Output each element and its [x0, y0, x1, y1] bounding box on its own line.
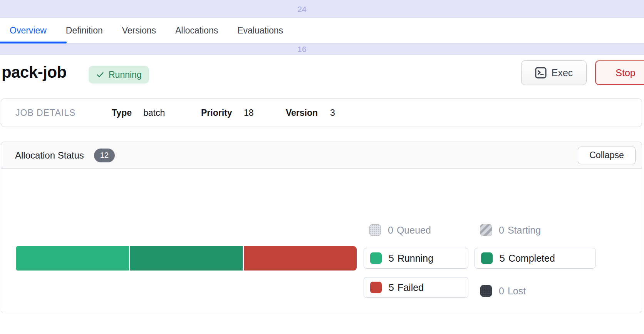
terminal-icon	[535, 67, 547, 78]
completed-label: Completed	[508, 253, 555, 264]
check-icon	[96, 70, 104, 79]
spacing-value: 16	[297, 45, 306, 54]
running-swatch-icon	[370, 252, 382, 264]
allocation-status-title: Allocation Status	[15, 150, 84, 161]
job-priority-label: Priority	[201, 99, 232, 127]
spacing-band-top: 24	[0, 0, 644, 18]
page-title: pack-job	[2, 63, 67, 82]
tab-definition[interactable]: Definition	[66, 25, 103, 36]
starting-count: 0	[499, 225, 504, 236]
legend-lost: 0 Lost	[480, 281, 526, 301]
allocation-chart-area: 0 Queued 0 Starting 5 Running 5 Complete…	[1, 169, 642, 313]
job-version-label: Version	[286, 99, 318, 127]
failed-count: 5	[389, 282, 394, 293]
status-badge: Running	[89, 66, 149, 84]
tab-versions[interactable]: Versions	[122, 25, 156, 36]
tab-allocations[interactable]: Allocations	[175, 25, 218, 36]
completed-count: 5	[500, 253, 505, 264]
exec-button-label: Exec	[552, 67, 573, 78]
stop-button[interactable]: Stop	[595, 60, 644, 85]
queued-count: 0	[388, 225, 393, 236]
failed-swatch-icon	[370, 282, 382, 293]
legend-failed[interactable]: 5 Failed	[364, 277, 468, 298]
queued-label: Queued	[397, 225, 431, 236]
starting-label: Starting	[508, 225, 541, 236]
legend-starting: 0 Starting	[480, 223, 541, 237]
job-details-card: JOB DETAILS Type batch Priority 18 Versi…	[1, 99, 642, 127]
bar-segment-completed[interactable]	[130, 246, 243, 271]
job-type-label: Type	[112, 99, 132, 127]
legend-running[interactable]: 5 Running	[364, 248, 468, 269]
stop-button-label: Stop	[615, 67, 635, 78]
job-type-value: batch	[143, 99, 165, 127]
job-priority-value: 18	[244, 99, 254, 127]
running-count: 5	[389, 253, 394, 264]
completed-swatch-icon	[481, 252, 493, 264]
bar-segment-running[interactable]	[16, 246, 129, 271]
tab-overview[interactable]: Overview	[10, 25, 47, 36]
running-label: Running	[397, 253, 433, 264]
legend-queued: 0 Queued	[369, 223, 431, 237]
job-tab-bar: Overview Definition Versions Allocations…	[0, 18, 644, 43]
allocation-stacked-bar	[16, 246, 357, 271]
allocation-status-panel: Allocation Status 12 Collapse 0 Queued 0…	[1, 142, 642, 313]
bar-segment-failed[interactable]	[244, 246, 357, 271]
collapse-button[interactable]: Collapse	[578, 147, 636, 164]
job-details-heading: JOB DETAILS	[15, 99, 75, 127]
job-version-value: 3	[330, 99, 335, 127]
legend-completed[interactable]: 5 Completed	[475, 248, 595, 269]
queued-swatch-icon	[369, 224, 381, 236]
spacing-value: 24	[297, 5, 306, 14]
tab-evaluations[interactable]: Evaluations	[237, 25, 283, 36]
lost-swatch-icon	[480, 285, 492, 297]
allocation-count-badge: 12	[94, 149, 115, 162]
allocation-status-header: Allocation Status 12 Collapse	[1, 142, 642, 169]
status-badge-label: Running	[109, 70, 142, 80]
lost-count: 0	[499, 286, 504, 297]
exec-button[interactable]: Exec	[521, 60, 587, 85]
spacing-band-below-tabs: 16	[0, 43, 644, 55]
lost-label: Lost	[508, 286, 526, 297]
failed-label: Failed	[397, 282, 424, 293]
starting-swatch-icon	[480, 224, 492, 236]
